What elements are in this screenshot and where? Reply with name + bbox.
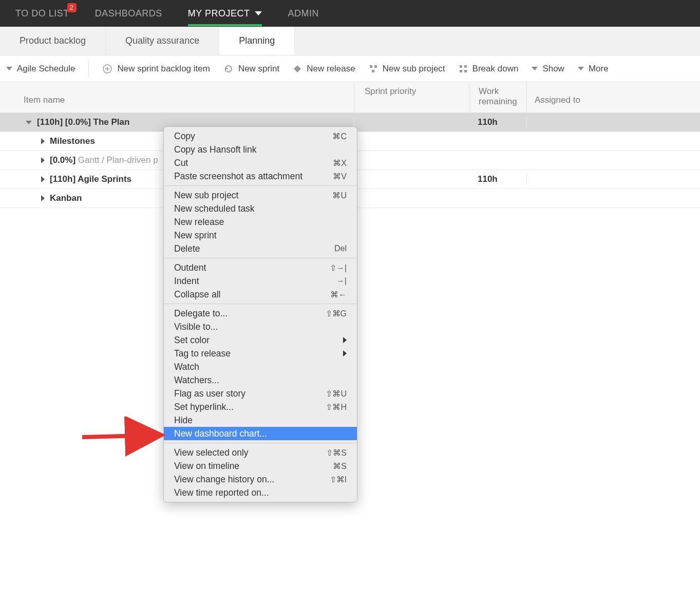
nav-todo[interactable]: TO DO LIST 2: [15, 8, 69, 19]
menu-item-outdent[interactable]: Outdent⇧→|: [164, 261, 357, 274]
project-tabs: Product backlog Quality assurance Planni…: [0, 27, 700, 55]
plus-circle-icon: [102, 64, 112, 74]
menu-item-shortcut: ⌘←: [330, 290, 347, 299]
nav-dashboards[interactable]: DASHBOARDS: [95, 8, 162, 19]
menu-item-watchers[interactable]: Watchers...: [164, 373, 357, 387]
expand-down-icon[interactable]: [26, 121, 32, 124]
menu-item-label: New sub project: [174, 190, 238, 201]
top-navigation: TO DO LIST 2 DASHBOARDS MY PROJECT ADMIN: [0, 0, 700, 27]
expand-right-icon[interactable]: [41, 157, 45, 163]
column-work-remaining[interactable]: Work remaining: [469, 82, 527, 112]
svg-line-11: [82, 435, 162, 437]
column-item-name[interactable]: Item name: [0, 82, 354, 112]
menu-item-copy-as-hansoft-link[interactable]: Copy as Hansoft link: [164, 143, 357, 156]
nav-myproject[interactable]: MY PROJECT: [188, 8, 262, 19]
toolbar-new-sprint[interactable]: New sprint: [223, 64, 279, 74]
tab-product-backlog[interactable]: Product backlog: [0, 27, 106, 55]
menu-item-new-scheduled-task[interactable]: New scheduled task: [164, 202, 357, 215]
toolbar-more[interactable]: More: [578, 64, 609, 74]
menu-item-flag-as-user-story[interactable]: Flag as user story⇧⌘U: [164, 387, 357, 400]
table-header: Item name Sprint priority Work remaining…: [0, 82, 700, 113]
nav-admin[interactable]: ADMIN: [288, 8, 319, 19]
menu-item-view-selected-only[interactable]: View selected only⇧⌘S: [164, 446, 357, 459]
row-name-text: Kanban: [50, 193, 82, 203]
menu-item-new-release[interactable]: New release: [164, 215, 357, 229]
menu-item-label: Delegate to...: [174, 308, 228, 319]
toolbar-show[interactable]: Show: [532, 64, 564, 74]
column-sprint-priority[interactable]: Sprint priority: [354, 82, 469, 112]
menu-item-label: Set color: [174, 335, 210, 346]
chevron-down-icon: [255, 11, 262, 15]
nav-todo-badge: 2: [67, 3, 77, 12]
menu-item-label: Flag as user story: [174, 388, 245, 399]
cell-work-remaining: 110h: [469, 174, 527, 184]
menu-item-hide[interactable]: Hide: [164, 414, 357, 427]
submenu-arrow-icon: [343, 337, 347, 343]
menu-item-shortcut: ⌘U: [332, 191, 347, 200]
menu-item-label: New release: [174, 217, 224, 228]
svg-rect-10: [464, 70, 467, 72]
menu-item-label: New sprint: [174, 230, 217, 241]
row-name-text: [0.0%] Gantt / Plan-driven p: [50, 155, 158, 165]
menu-separator: [164, 185, 357, 186]
toolbar-new-sprint-backlog-item[interactable]: New sprint backlog item: [102, 64, 210, 74]
menu-item-cut[interactable]: Cut⌘X: [164, 156, 357, 170]
menu-item-watch[interactable]: Watch: [164, 360, 357, 373]
menu-item-view-change-history-on[interactable]: View change history on...⇧⌘I: [164, 473, 357, 486]
menu-item-label: Copy: [174, 131, 195, 142]
tab-product-backlog-label: Product backlog: [20, 35, 86, 46]
menu-item-delegate-to[interactable]: Delegate to...⇧⌘G: [164, 307, 357, 320]
menu-item-new-sub-project[interactable]: New sub project⌘U: [164, 189, 357, 202]
svg-rect-8: [464, 65, 467, 68]
svg-rect-6: [372, 70, 374, 72]
separator: [88, 61, 89, 77]
menu-item-new-dashboard-chart[interactable]: New dashboard chart...: [164, 427, 357, 440]
context-menu: Copy⌘CCopy as Hansoft linkCut⌘XPaste scr…: [163, 126, 357, 502]
tab-planning[interactable]: Planning: [219, 27, 295, 55]
expand-right-icon[interactable]: [41, 176, 45, 182]
expand-right-icon[interactable]: [41, 195, 45, 201]
chevron-down-icon: [532, 67, 538, 70]
column-assigned-to[interactable]: Assigned to: [527, 82, 700, 112]
nav-dashboards-label: DASHBOARDS: [95, 8, 162, 19]
toolbar-new-release-label: New release: [307, 64, 355, 74]
svg-rect-4: [370, 65, 372, 68]
menu-item-copy[interactable]: Copy⌘C: [164, 129, 357, 143]
svg-rect-5: [374, 65, 377, 68]
toolbar-more-label: More: [589, 64, 609, 74]
menu-item-new-sprint[interactable]: New sprint: [164, 229, 357, 242]
menu-item-set-hyperlink[interactable]: Set hyperlink...⇧⌘H: [164, 400, 357, 414]
menu-item-label: Set hyperlink...: [174, 402, 234, 412]
submenu-arrow-icon: [343, 350, 347, 356]
menu-item-tag-to-release[interactable]: Tag to release: [164, 347, 357, 360]
svg-rect-7: [460, 65, 462, 68]
toolbar-new-sub-project[interactable]: New sub project: [369, 64, 445, 74]
menu-item-shortcut: ⇧⌘H: [326, 402, 347, 412]
menu-item-view-on-timeline[interactable]: View on timeline⌘S: [164, 459, 357, 473]
toolbar-break-down[interactable]: Break down: [459, 64, 519, 74]
menu-item-shortcut: →|: [336, 276, 347, 286]
toolbar-new-release[interactable]: New release: [293, 64, 355, 74]
chevron-down-icon: [6, 67, 12, 70]
nav-admin-label: ADMIN: [288, 8, 319, 19]
menu-item-view-time-reported-on[interactable]: View time reported on...: [164, 486, 357, 499]
toolbar-show-label: Show: [542, 64, 564, 74]
menu-separator: [164, 258, 357, 258]
menu-separator: [164, 443, 357, 443]
menu-item-indent[interactable]: Indent→|: [164, 274, 357, 288]
expand-right-icon[interactable]: [41, 138, 45, 144]
toolbar-new-sub-project-label: New sub project: [383, 64, 445, 74]
menu-item-set-color[interactable]: Set color: [164, 333, 357, 347]
menu-item-visible-to[interactable]: Visible to...: [164, 320, 357, 333]
hierarchy-icon: [369, 64, 378, 73]
menu-item-label: Outdent: [174, 262, 206, 273]
menu-item-collapse-all[interactable]: Collapse all⌘←: [164, 288, 357, 301]
toolbar-agile-schedule[interactable]: Agile Schedule: [6, 64, 75, 74]
menu-item-delete[interactable]: DeleteDel: [164, 242, 357, 255]
menu-item-label: New scheduled task: [174, 203, 255, 214]
menu-item-shortcut: Del: [334, 244, 347, 253]
tab-quality-assurance[interactable]: Quality assurance: [106, 27, 219, 55]
menu-item-shortcut: ⇧⌘U: [326, 389, 347, 399]
menu-item-paste-screenshot-as-attachment[interactable]: Paste screenshot as attachment⌘V: [164, 170, 357, 183]
menu-item-label: View change history on...: [174, 474, 274, 485]
